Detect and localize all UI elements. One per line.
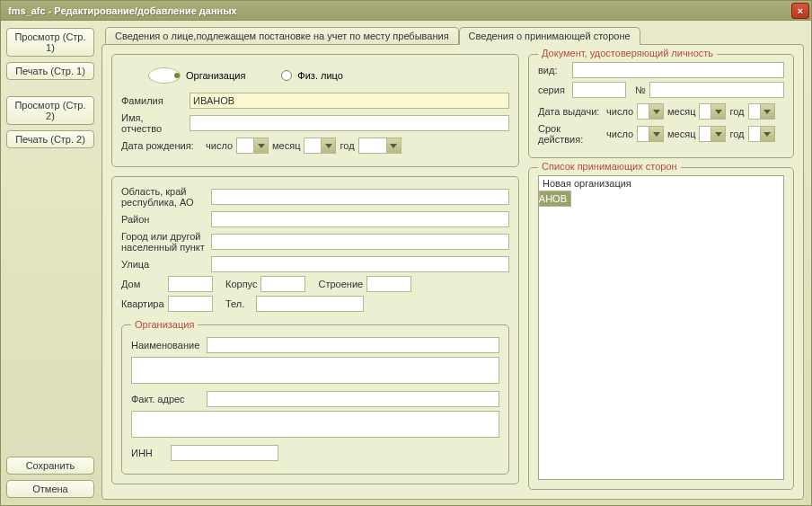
list-item[interactable]: ИВАНОВ [539,191,571,207]
dob-day-label: число [206,140,233,151]
doc-kind-input[interactable] [572,62,784,78]
city-label: Город или другой населенный пункт [121,231,207,253]
chevron-down-icon [710,104,725,119]
tab-person-info[interactable]: Сведения о лице,подлежащем постановке на… [105,27,459,45]
titlebar: fms_afc - Редактирование/добавление данн… [1,1,811,21]
house-input[interactable] [168,276,213,292]
org-inn-label: ИНН [131,448,167,458]
issue-day-select[interactable] [637,103,664,120]
print-page1-button[interactable]: Печать (Стр. 1) [6,62,94,80]
issue-year-label: год [729,106,744,117]
chevron-down-icon [253,138,268,153]
close-button[interactable]: × [791,3,809,19]
document-group: Документ, удостоверяющий личность вид: с… [528,54,794,158]
expiry-year-label: год [729,129,744,139]
chevron-down-icon [649,127,663,141]
window-title: fms_afc - Редактирование/добавление данн… [8,5,237,16]
phone-input[interactable] [256,296,364,312]
name-label: Имя, отчество [121,112,186,134]
flat-label: Квартира [121,298,164,309]
org-name-label: Наименование [131,340,203,351]
chevron-down-icon [760,104,774,119]
org-addr-input[interactable] [207,391,499,407]
dob-year-select[interactable] [358,138,402,154]
tab-host-info[interactable]: Сведения о принимающей стороне [459,27,640,45]
city-input[interactable] [211,234,509,250]
district-input[interactable] [211,211,509,227]
expiry-month-select[interactable] [699,126,726,142]
doc-legend: Документ, удостоверяющий личность [538,48,717,58]
chevron-down-icon [649,104,663,119]
corp-input[interactable] [260,276,305,292]
issue-year-select[interactable] [748,103,775,120]
doc-series-input[interactable] [572,82,626,98]
sidebar: Просмотр (Стр. 1) Печать (Стр. 1) Просмо… [1,21,100,505]
expiry-day-label: число [606,129,633,139]
print-page2-button[interactable]: Печать (Стр. 2) [6,130,94,148]
radio-organization[interactable]: Организация [148,67,245,84]
org-addr-label: Факт. адрес [131,394,203,404]
chevron-down-icon [386,138,401,153]
issue-day-label: число [606,106,633,117]
preview-page1-button[interactable]: Просмотр (Стр. 1) [6,28,94,57]
radio-org-label: Организация [186,70,245,81]
doc-expiry-label: Срок действия: [538,123,603,145]
dob-day-select[interactable] [236,138,269,154]
region-input[interactable] [211,189,509,205]
surname-input[interactable] [190,93,509,109]
doc-series-label: серия [538,84,569,95]
dob-label: Дата рождения: [121,140,202,151]
building-label: Строение [318,279,363,289]
host-list-group: Список принимающих сторон Новая организа… [528,167,794,490]
chevron-down-icon [321,138,335,153]
radio-dot-icon [281,70,292,81]
region-label: Область, край республика, АО [121,186,207,208]
street-input[interactable] [211,256,509,272]
radio-person-label: Физ. лицо [297,70,343,81]
chevron-down-icon [760,127,774,141]
cancel-button[interactable]: Отмена [6,480,94,498]
phone-label: Тел. [225,298,252,309]
expiry-month-label: месяц [667,129,695,139]
org-legend: Организация [131,319,198,330]
name-input[interactable] [190,115,509,131]
address-group: Область, край республика, АО Район Город… [111,176,519,484]
org-addr-textarea[interactable] [131,411,499,438]
issue-month-label: месяц [667,106,695,117]
radio-individual[interactable]: Физ. лицо [281,67,343,84]
doc-issue-label: Дата выдачи: [538,106,603,117]
org-inn-input[interactable] [171,445,278,461]
radio-dot-icon [148,67,181,84]
list-item[interactable]: Новая организация [539,176,783,191]
issue-month-select[interactable] [699,103,726,120]
chevron-down-icon [710,127,725,141]
hostlist-legend: Список принимающих сторон [538,161,681,172]
save-button[interactable]: Сохранить [6,457,94,475]
org-name-input[interactable] [207,337,499,353]
doc-kind-label: вид: [538,65,569,75]
corp-label: Корпус [225,279,257,289]
close-icon: × [798,5,803,16]
dob-year-label: год [340,140,354,151]
dob-month-label: месяц [272,140,300,151]
expiry-day-select[interactable] [637,126,664,142]
district-label: Район [121,214,207,225]
dob-month-select[interactable] [304,138,336,154]
org-name-textarea[interactable] [131,357,499,384]
expiry-year-select[interactable] [748,126,775,142]
building-input[interactable] [366,276,411,292]
street-label: Улица [121,259,207,270]
house-label: Дом [121,279,164,289]
basic-info-group: Организация Физ. лицо Фамилия [111,54,519,167]
organization-group: Организация Наименование Факт. адрес [121,319,509,475]
doc-number-label: № [635,84,646,95]
preview-page2-button[interactable]: Просмотр (Стр. 2) [6,96,94,125]
flat-input[interactable] [168,296,213,312]
tabs: Сведения о лице,подлежащем постановке на… [105,26,804,44]
doc-number-input[interactable] [649,82,784,98]
surname-label: Фамилия [121,95,186,106]
host-listbox[interactable]: Новая организация ИВАНОВ [538,175,784,480]
